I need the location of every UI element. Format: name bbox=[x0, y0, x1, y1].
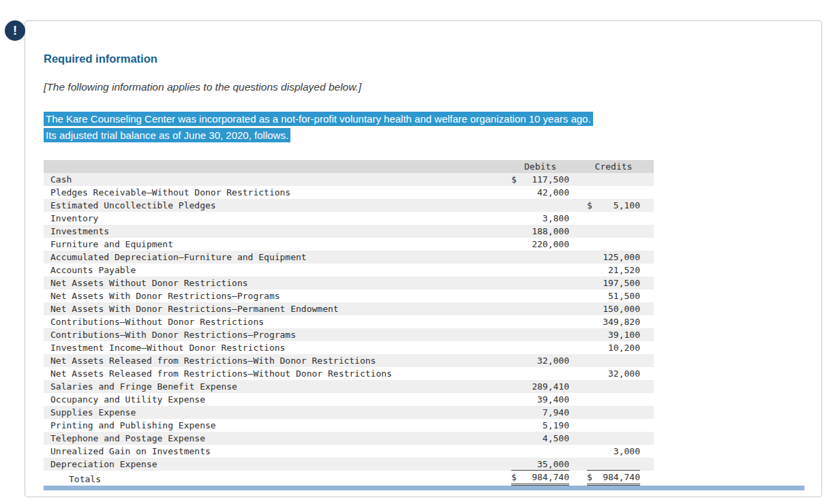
account-name: Depreciation Expense bbox=[44, 459, 511, 469]
totals-row: Totals $ 984,740 $ 984,740 bbox=[44, 471, 654, 487]
debit-cell: 39,400 bbox=[511, 394, 569, 405]
table-row: Supplies Expense 7,940 bbox=[44, 406, 654, 419]
table-header-row: Debits Credits bbox=[44, 160, 654, 173]
debit-cell: 35,000 bbox=[511, 458, 569, 471]
table-row: Furniture and Equipment 220,000 bbox=[44, 238, 654, 251]
debit-dollar-sign: $ bbox=[511, 174, 517, 185]
question-intro-paragraph: The Kare Counseling Center was incorpora… bbox=[44, 111, 803, 144]
credit-value: 5,100 bbox=[614, 200, 640, 210]
table-row: Net Assets Released from Restrictions–Wi… bbox=[44, 367, 654, 380]
credit-cell: 150,000 bbox=[587, 304, 640, 314]
credit-value: 150,000 bbox=[603, 304, 640, 314]
debit-cell: 289,410 bbox=[511, 381, 569, 392]
credit-value: 125,000 bbox=[603, 252, 640, 262]
totals-debit-cell: $ 984,740 bbox=[511, 472, 569, 486]
table-row: Cash $ 117,500 bbox=[44, 173, 654, 186]
account-name: Cash bbox=[44, 174, 511, 185]
credit-value: 51,500 bbox=[608, 291, 640, 301]
debit-cell: 4,500 bbox=[511, 433, 569, 443]
account-name: Telephone and Postage Expense bbox=[44, 433, 511, 443]
account-name: Pledges Receivable–Without Donor Restric… bbox=[44, 187, 511, 198]
table-row: Accumulated Depreciation–Furniture and E… bbox=[44, 251, 654, 264]
table-row: Contributions–With Donor Restrictions–Pr… bbox=[44, 328, 654, 341]
trial-balance-rows: Cash $ 117,500 Pledges Receivable–Withou… bbox=[44, 173, 654, 471]
table-row: Investment Income–Without Donor Restrict… bbox=[44, 341, 654, 354]
credit-value: 349,820 bbox=[603, 317, 640, 327]
credit-cell: 10,200 bbox=[587, 343, 640, 353]
debit-value: 220,000 bbox=[532, 239, 569, 249]
debit-value: 7,940 bbox=[543, 407, 569, 418]
credit-cell: 3,000 bbox=[587, 446, 640, 456]
table-row: Salaries and Fringe Benefit Expense 289,… bbox=[44, 380, 654, 393]
table-row: Pledges Receivable–Without Donor Restric… bbox=[44, 186, 654, 199]
exclamation-icon: ! bbox=[5, 20, 25, 41]
credit-cell: $ 5,100 bbox=[587, 200, 640, 210]
table-row: Unrealized Gain on Investments 3,000 bbox=[44, 445, 654, 458]
debit-value: 42,000 bbox=[537, 187, 569, 198]
credit-cell: 125,000 bbox=[587, 252, 640, 262]
account-name: Net Assets Without Donor Restrictions bbox=[44, 278, 511, 288]
table-row: Telephone and Postage Expense 4,500 bbox=[44, 432, 654, 445]
table-row: Estimated Uncollectible Pledges $ 5,100 bbox=[44, 199, 654, 212]
credits-column-header: Credits bbox=[587, 161, 640, 172]
credit-cell: 32,000 bbox=[587, 368, 640, 379]
table-row: Contributions–Without Donor Restrictions… bbox=[44, 315, 654, 328]
totals-credit-value: 984,740 bbox=[603, 472, 640, 482]
account-name: Occupancy and Utility Expense bbox=[44, 394, 511, 405]
account-name: Furniture and Equipment bbox=[44, 239, 511, 249]
credit-value: 39,100 bbox=[608, 330, 640, 340]
highlighted-text-line-1: The Kare Counseling Center was incorpora… bbox=[44, 112, 593, 126]
totals-label: Totals bbox=[44, 474, 511, 484]
credit-value: 3,000 bbox=[614, 446, 640, 456]
credit-value: 197,500 bbox=[603, 278, 640, 288]
applies-below-note: [The following information applies to th… bbox=[44, 81, 803, 93]
debit-cell: 32,000 bbox=[511, 356, 569, 366]
account-name: Salaries and Fringe Benefit Expense bbox=[44, 381, 511, 392]
account-name: Investment Income–Without Donor Restrict… bbox=[44, 343, 511, 353]
totals-debit-value: 984,740 bbox=[532, 472, 569, 482]
table-row: Net Assets With Donor Restrictions–Progr… bbox=[44, 289, 654, 302]
required-information-title: Required information bbox=[44, 52, 803, 65]
credit-cell: 349,820 bbox=[587, 317, 640, 327]
account-name: Contributions–Without Donor Restrictions bbox=[44, 317, 511, 327]
account-name: Inventory bbox=[44, 213, 511, 223]
debit-value: 188,000 bbox=[532, 226, 569, 236]
debit-value: 4,500 bbox=[543, 433, 569, 443]
credit-cell: 39,100 bbox=[587, 330, 640, 340]
table-row: Accounts Payable 21,520 bbox=[44, 264, 654, 277]
debit-cell: 5,190 bbox=[511, 420, 569, 430]
debits-column-header: Debits bbox=[511, 161, 569, 172]
account-name: Net Assets Released from Restrictions–Wi… bbox=[44, 368, 511, 379]
debit-cell: 7,940 bbox=[511, 407, 569, 418]
debit-cell: 188,000 bbox=[511, 226, 569, 236]
debit-value: 3,800 bbox=[543, 213, 569, 223]
account-name: Net Assets With Donor Restrictions–Perma… bbox=[44, 304, 511, 314]
highlighted-text-line-2: Its adjusted trial balance as of June 30… bbox=[44, 128, 290, 142]
debit-value: 35,000 bbox=[537, 459, 569, 469]
account-name: Investments bbox=[44, 226, 511, 236]
account-name: Unrealized Gain on Investments bbox=[44, 446, 511, 456]
credit-cell: 51,500 bbox=[587, 291, 640, 301]
credit-value: 21,520 bbox=[608, 265, 640, 275]
credit-cell bbox=[587, 458, 640, 471]
table-row: Net Assets Without Donor Restrictions 19… bbox=[44, 277, 654, 289]
debit-cell: 42,000 bbox=[511, 187, 569, 198]
account-name: Net Assets Released from Restrictions–Wi… bbox=[44, 356, 511, 366]
debit-value: 39,400 bbox=[537, 394, 569, 405]
account-name: Accounts Payable bbox=[44, 265, 511, 275]
table-row: Net Assets Released from Restrictions–Wi… bbox=[44, 354, 654, 367]
credit-cell: 197,500 bbox=[587, 278, 640, 288]
debit-value: 5,190 bbox=[543, 420, 569, 430]
table-row: Depreciation Expense 35,000 bbox=[44, 458, 654, 471]
debit-cell: 3,800 bbox=[511, 213, 569, 223]
totals-credit-dollar-sign: $ bbox=[587, 472, 592, 482]
account-name: Contributions–With Donor Restrictions–Pr… bbox=[44, 330, 511, 340]
debit-value: 289,410 bbox=[532, 381, 569, 392]
bottom-scrollbar[interactable] bbox=[44, 486, 804, 490]
credit-value: 32,000 bbox=[608, 368, 640, 379]
required-information-panel: Required information [The following info… bbox=[25, 20, 822, 497]
table-row: Investments 188,000 bbox=[44, 225, 654, 238]
account-name: Estimated Uncollectible Pledges bbox=[44, 200, 511, 210]
credit-value: 10,200 bbox=[608, 343, 640, 353]
table-row: Printing and Publishing Expense 5,190 bbox=[44, 419, 654, 432]
